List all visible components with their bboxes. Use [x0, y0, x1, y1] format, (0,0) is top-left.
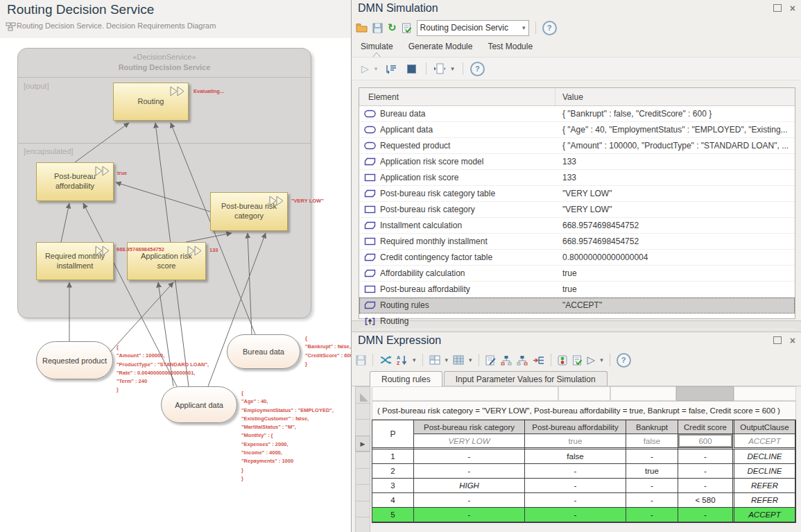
row-header-cell[interactable]: [355, 419, 370, 436]
row-header-cell[interactable]: [355, 468, 370, 486]
rule-output-cell[interactable]: DECLINE: [732, 464, 795, 479]
column-header-cell[interactable]: [610, 386, 676, 401]
column-header[interactable]: Bankrupt: [626, 420, 678, 434]
table-layout-icon[interactable]: [429, 354, 440, 366]
merge-expression-icon[interactable]: [533, 354, 544, 366]
rule-input-cell[interactable]: -: [678, 508, 732, 522]
grid-options-caret[interactable]: ▾: [469, 357, 472, 363]
rule-number-cell[interactable]: 3: [372, 479, 414, 493]
node-routing[interactable]: Routing: [113, 83, 189, 121]
column-element[interactable]: Element: [359, 88, 555, 105]
rule-input-cell[interactable]: -: [678, 479, 732, 493]
refresh-icon[interactable]: ↻: [388, 22, 397, 34]
diagram-canvas[interactable]: «DecisionService» Routing Decision Servi…: [0, 38, 351, 532]
decision-service-select[interactable]: Routing Decision Servic ▾: [417, 20, 529, 36]
tab-test-module[interactable]: Test Module: [488, 42, 533, 51]
table-row[interactable]: Post-bureau affordabilitytrue: [359, 282, 795, 298]
row-header-cell[interactable]: [355, 501, 370, 518]
node-bureau-data[interactable]: Bureau data: [227, 334, 300, 369]
edit-expression-icon[interactable]: [485, 354, 496, 366]
rule-input-cell[interactable]: -: [414, 464, 525, 479]
table-row[interactable]: Bureau data{ "Bankrupt" : false, "Credit…: [359, 106, 795, 122]
row-header-cell[interactable]: [355, 484, 370, 501]
current-value-cell[interactable]: VERY LOW: [414, 434, 525, 449]
table-row[interactable]: Post-bureau risk category"VERY LOW": [359, 202, 795, 218]
rule-input-cell[interactable]: -: [678, 464, 732, 479]
current-row-marker[interactable]: ▶: [355, 436, 370, 452]
table-row[interactable]: Requested product{ "Amount" : 100000, "P…: [359, 138, 795, 154]
run-simulation-button[interactable]: ▷: [361, 62, 369, 75]
table-layout-caret[interactable]: ▾: [445, 357, 449, 363]
current-output-cell[interactable]: ACCEPT: [732, 434, 795, 449]
table-row[interactable]: Affordability calculationtrue: [359, 266, 795, 282]
rule-input-cell[interactable]: -: [525, 464, 626, 479]
add-output-node-icon[interactable]: [517, 354, 528, 366]
rule-input-cell[interactable]: -: [626, 479, 678, 493]
rule-output-cell[interactable]: DECLINE: [732, 449, 795, 464]
table-row[interactable]: Post-bureau risk category table"VERY LOW…: [359, 186, 795, 202]
rule-output-cell[interactable]: ACCEPT: [732, 508, 795, 522]
tab-simulate[interactable]: Simulate: [361, 42, 393, 51]
rule-input-cell[interactable]: -: [626, 449, 678, 464]
run-options-caret[interactable]: ▾: [374, 65, 378, 72]
select-all-corner[interactable]: [355, 386, 370, 404]
column-value[interactable]: Value: [555, 92, 583, 102]
close-icon[interactable]: ×: [790, 5, 795, 12]
float-window-button[interactable]: [773, 336, 782, 344]
input-parameters-icon[interactable]: [433, 62, 445, 75]
invocation-context[interactable]: ( Post-bureau risk category = "VERY LOW"…: [372, 401, 796, 420]
hit-policy-cell[interactable]: P: [372, 420, 414, 449]
table-row[interactable]: Routing: [359, 314, 795, 329]
column-header-cell[interactable]: [558, 386, 610, 401]
row-header-cell[interactable]: [355, 452, 370, 469]
node-post-bureau-affordability[interactable]: Post-bureau affordability: [36, 162, 114, 201]
rule-input-cell[interactable]: -: [525, 508, 626, 522]
rule-input-cell[interactable]: HIGH: [414, 479, 525, 493]
current-value-cell-selected[interactable]: 600: [678, 434, 732, 449]
rule-input-cell[interactable]: false: [525, 449, 626, 464]
rule-output-cell[interactable]: REFER: [732, 479, 795, 493]
sort-options-caret[interactable]: ▾: [413, 357, 416, 363]
table-row[interactable]: Applicant data{ "Age" : 40, "EmploymentS…: [359, 122, 795, 138]
node-required-monthly-installment[interactable]: Required monthly installment: [36, 242, 114, 280]
column-header[interactable]: Credit score: [678, 420, 732, 434]
swap-inputs-icon[interactable]: [379, 354, 392, 366]
node-post-bureau-risk-category[interactable]: Post-bureau risk category: [210, 192, 288, 231]
rule-number-cell[interactable]: 5: [372, 508, 414, 522]
help-icon[interactable]: ?: [617, 353, 631, 368]
save-icon[interactable]: [356, 354, 366, 366]
tab-generate-module[interactable]: Generate Module: [408, 42, 473, 51]
close-icon[interactable]: ×: [790, 337, 795, 344]
current-value-cell[interactable]: true: [525, 434, 626, 449]
validate-expression-icon[interactable]: [572, 354, 583, 366]
selected-column-header[interactable]: [676, 386, 734, 401]
rule-number-cell[interactable]: 1: [372, 449, 414, 464]
rule-input-cell[interactable]: -: [626, 493, 678, 508]
table-row[interactable]: Required monthly installment668.95746984…: [359, 234, 795, 250]
row-header-cell[interactable]: [355, 403, 370, 420]
current-value-cell[interactable]: false: [626, 434, 678, 449]
rule-input-cell[interactable]: -: [525, 493, 626, 508]
column-header-output[interactable]: OutputClause: [732, 420, 795, 434]
run-expression-button[interactable]: ▷: [587, 354, 596, 366]
grid-icon[interactable]: [453, 354, 464, 366]
tab-routing-rules[interactable]: Routing rules: [370, 371, 442, 386]
row-header-cell[interactable]: [355, 517, 370, 532]
rule-input-cell[interactable]: < 580: [678, 493, 732, 508]
validation-status-icon[interactable]: [558, 354, 567, 366]
column-header-cell[interactable]: [734, 386, 796, 401]
rule-input-cell[interactable]: -: [678, 449, 732, 464]
float-window-button[interactable]: [773, 4, 782, 12]
rule-input-cell[interactable]: true: [626, 464, 678, 479]
rule-number-cell[interactable]: 4: [372, 493, 414, 508]
stop-icon[interactable]: [407, 65, 416, 74]
rule-number-cell[interactable]: 2: [372, 464, 414, 479]
rule-input-cell[interactable]: -: [414, 449, 525, 464]
run-expression-caret[interactable]: ▾: [600, 357, 603, 363]
column-header[interactable]: Post-bureau risk category: [414, 420, 525, 434]
rule-input-cell[interactable]: -: [414, 493, 525, 508]
column-header-cell[interactable]: [372, 386, 558, 401]
open-folder-icon[interactable]: [356, 22, 368, 34]
table-row[interactable]: Application risk score133: [359, 170, 795, 186]
rule-input-cell[interactable]: -: [414, 508, 525, 522]
